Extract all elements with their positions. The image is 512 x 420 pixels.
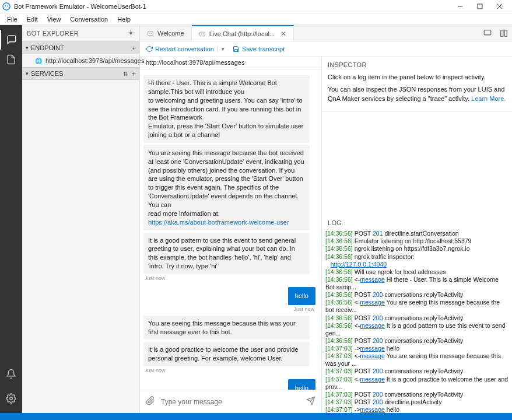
log-line[interactable]: [14:37:03] POST 200 conversations.replyT…: [325, 391, 509, 398]
save-icon: [233, 46, 240, 52]
inspector-text: Click on a log item in the panel below t…: [328, 73, 506, 82]
tab-welcome-label: Welcome: [157, 30, 184, 37]
menubar: File Edit View Conversation Help: [0, 13, 512, 25]
log-line[interactable]: [14:36:56] Will use ngrok for local addr…: [325, 268, 509, 276]
welcome-link[interactable]: https://aka.ms/about-botframework-welcom…: [148, 219, 289, 226]
inspector-text: You can also inspect the JSON responses …: [328, 85, 506, 103]
svg-point-11: [151, 33, 152, 34]
titlebar: Bot Framework Emulator - WelcomeUserBot-…: [0, 0, 512, 13]
minimize-button[interactable]: [450, 0, 470, 13]
menu-help[interactable]: Help: [113, 15, 135, 24]
resources-icon[interactable]: [0, 50, 22, 69]
svg-point-2: [7, 5, 8, 6]
bot-message[interactable]: Hi there - User. This is a simple Welcom…: [143, 75, 310, 143]
menu-edit[interactable]: Edit: [22, 15, 43, 24]
sidebar-title: BOT EXPLORER: [27, 30, 79, 37]
close-tab-icon[interactable]: ✕: [280, 30, 286, 38]
send-icon[interactable]: [306, 396, 315, 407]
content-area: Welcome Live Chat (http://local... ✕ Res…: [140, 25, 512, 413]
log-line[interactable]: [14:36:56] <-message Hi there - User. Th…: [325, 276, 509, 291]
log-line[interactable]: [14:36:56] ngrok traffic inspector: http…: [325, 253, 509, 268]
svg-rect-16: [501, 30, 503, 36]
bot-message[interactable]: You are seeing this message because this…: [143, 316, 310, 340]
log-line[interactable]: [14:37:03] <-message It is a good practi…: [325, 376, 509, 391]
svg-point-7: [10, 397, 13, 400]
menu-file[interactable]: File: [2, 15, 22, 24]
log-line[interactable]: [14:36:56] Emulator listening on http://…: [325, 237, 509, 245]
svg-rect-4: [478, 4, 482, 9]
svg-rect-15: [484, 30, 491, 34]
bot-message[interactable]: It is a good practice to welcome the use…: [143, 342, 310, 366]
user-message[interactable]: hello: [288, 379, 315, 390]
svg-point-0: [3, 3, 10, 10]
chevron-down-icon: ▾: [26, 71, 29, 76]
chat-messages[interactable]: Hi there - User. This is a simple Welcom…: [140, 69, 321, 390]
tab-live-label: Live Chat (http://local...: [209, 30, 275, 37]
log-line[interactable]: [14:37:03] ->message hello: [325, 345, 509, 352]
chat-input-bar: [140, 390, 321, 413]
sort-icon[interactable]: ⇅: [123, 71, 128, 77]
log-line[interactable]: [14:36:56] POST 200 conversations.replyT…: [325, 291, 509, 299]
restart-icon: [146, 46, 153, 52]
tab-live-chat[interactable]: Live Chat (http://local... ✕: [192, 25, 294, 41]
inspector-panel: INSPECTOR Click on a log item in the pan…: [322, 57, 512, 112]
globe-icon: 🌐: [35, 58, 42, 64]
log-panel: LOG [14:36:56] POST 201 directline.start…: [322, 217, 512, 413]
services-label: SERVICES: [31, 70, 123, 77]
conversation-toolbar: Restart conversation ▾ Save transcript: [140, 41, 512, 57]
svg-rect-9: [148, 32, 153, 36]
timestamp: Just now: [145, 306, 314, 312]
restart-button[interactable]: Restart conversation ▾: [146, 46, 225, 52]
log-line[interactable]: [14:36:56] POST 200 conversations.replyT…: [325, 314, 509, 322]
endpoint-url: http://localhost:3978/api/messages: [45, 57, 144, 64]
log-line[interactable]: [14:37:03] POST 200 conversations.replyT…: [325, 368, 509, 375]
status-bar: [0, 413, 512, 420]
chevron-down-icon: ▾: [26, 45, 29, 51]
tab-bar: Welcome Live Chat (http://local... ✕: [140, 25, 512, 41]
save-transcript-button[interactable]: Save transcript: [233, 46, 285, 52]
right-column: INSPECTOR Click on a log item in the pan…: [322, 57, 512, 413]
chat-icon[interactable]: [0, 30, 22, 50]
window-title: Bot Framework Emulator - WelcomeUserBot-…: [14, 3, 146, 10]
add-service-icon[interactable]: +: [131, 69, 136, 78]
activity-bar: [0, 25, 22, 413]
message-input[interactable]: [161, 398, 300, 406]
log-line[interactable]: [14:36:56] <-message You are seeing this…: [325, 299, 509, 314]
chevron-down-icon[interactable]: ▾: [218, 46, 225, 52]
split-icon[interactable]: [496, 25, 512, 41]
attach-icon[interactable]: [146, 396, 155, 407]
services-section[interactable]: ▾ SERVICES ⇅ +: [22, 67, 139, 80]
endpoint-label: ENDPOINT: [31, 44, 131, 51]
log-line[interactable]: [14:37:03] POST 200 directline.postActiv…: [325, 398, 509, 406]
svg-point-14: [202, 33, 204, 34]
close-button[interactable]: [490, 0, 510, 13]
log-line[interactable]: [14:37:07] ->message hello: [325, 406, 509, 413]
log-output[interactable]: [14:36:56] POST 201 directline.startConv…: [322, 229, 512, 413]
log-line[interactable]: [14:37:03] <-message You are seeing this…: [325, 352, 509, 368]
log-line[interactable]: [14:36:56] POST 201 directline.startConv…: [325, 230, 509, 237]
log-line[interactable]: [14:36:56] POST 200 conversations.replyT…: [325, 337, 509, 345]
timestamp: Just now: [145, 275, 315, 281]
maximize-button[interactable]: [470, 0, 490, 13]
bot-icon: [147, 30, 154, 37]
learn-more-link[interactable]: Learn More.: [471, 95, 506, 102]
notifications-icon[interactable]: [0, 364, 22, 384]
tab-welcome[interactable]: Welcome: [140, 25, 192, 41]
svg-point-13: [201, 33, 202, 34]
endpoint-item[interactable]: 🌐 http://localhost:3978/api/messages: [22, 54, 139, 67]
gear-icon[interactable]: [127, 29, 135, 38]
menu-view[interactable]: View: [43, 15, 66, 24]
endpoint-section[interactable]: ▾ ENDPOINT +: [22, 41, 139, 54]
settings-icon[interactable]: [0, 388, 22, 408]
log-line[interactable]: [14:36:56] ngrok listening on https://fd…: [325, 245, 509, 253]
menu-conversation[interactable]: Conversation: [65, 15, 113, 24]
presentation-icon[interactable]: [479, 25, 496, 41]
user-message[interactable]: hello: [288, 287, 315, 305]
bot-message[interactable]: It is a good pattern to use this event t…: [143, 233, 310, 274]
log-line[interactable]: [14:36:56] <-message It is a good patter…: [325, 322, 509, 337]
save-label: Save transcript: [242, 46, 285, 52]
svg-rect-12: [199, 32, 205, 36]
log-title: LOG: [322, 217, 512, 229]
add-endpoint-icon[interactable]: +: [131, 44, 136, 52]
bot-message[interactable]: You are seeing this message because the …: [143, 145, 310, 230]
